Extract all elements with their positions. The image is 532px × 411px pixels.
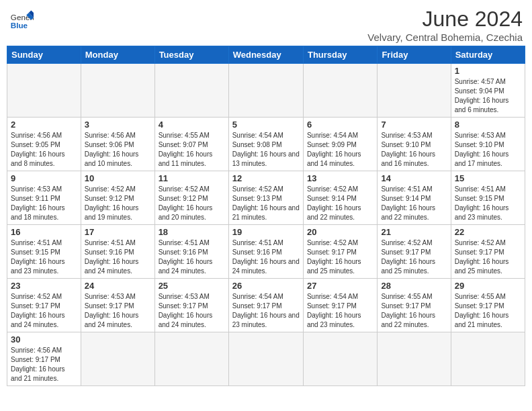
- day-info: Sunrise: 4:55 AM Sunset: 9:17 PM Dayligh…: [455, 292, 521, 330]
- col-header-sunday: Sunday: [7, 46, 81, 64]
- col-header-saturday: Saturday: [451, 46, 525, 64]
- calendar-cell: 1Sunrise: 4:57 AM Sunset: 9:04 PM Daylig…: [451, 64, 525, 118]
- calendar-cell: [378, 332, 451, 386]
- day-number: 13: [307, 173, 373, 183]
- day-info: Sunrise: 4:56 AM Sunset: 9:17 PM Dayligh…: [11, 346, 77, 383]
- calendar-cell: 20Sunrise: 4:52 AM Sunset: 9:17 PM Dayli…: [303, 225, 377, 279]
- day-number: 3: [85, 120, 151, 130]
- calendar-cell: 9Sunrise: 4:53 AM Sunset: 9:11 PM Daylig…: [7, 171, 81, 225]
- day-number: 1: [455, 66, 521, 76]
- calendar-cell: [228, 332, 303, 386]
- calendar-cell: 18Sunrise: 4:51 AM Sunset: 9:16 PM Dayli…: [154, 225, 228, 279]
- calendar-cell: 15Sunrise: 4:51 AM Sunset: 9:15 PM Dayli…: [451, 171, 525, 225]
- day-info: Sunrise: 4:53 AM Sunset: 9:10 PM Dayligh…: [381, 131, 447, 169]
- col-header-monday: Monday: [81, 46, 154, 64]
- col-header-tuesday: Tuesday: [154, 46, 228, 64]
- day-number: 6: [307, 120, 373, 130]
- col-header-wednesday: Wednesday: [228, 46, 303, 64]
- calendar-cell: 3Sunrise: 4:56 AM Sunset: 9:06 PM Daylig…: [81, 118, 154, 171]
- day-info: Sunrise: 4:54 AM Sunset: 9:08 PM Dayligh…: [232, 131, 300, 169]
- day-info: Sunrise: 4:54 AM Sunset: 9:09 PM Dayligh…: [307, 131, 373, 169]
- calendar-cell: 7Sunrise: 4:53 AM Sunset: 9:10 PM Daylig…: [378, 118, 451, 171]
- calendar-cell: [228, 64, 303, 118]
- day-info: Sunrise: 4:54 AM Sunset: 9:17 PM Dayligh…: [232, 292, 300, 330]
- calendar-week-3: 9Sunrise: 4:53 AM Sunset: 9:11 PM Daylig…: [7, 171, 525, 225]
- day-info: Sunrise: 4:54 AM Sunset: 9:17 PM Dayligh…: [307, 292, 373, 330]
- day-info: Sunrise: 4:51 AM Sunset: 9:16 PM Dayligh…: [85, 238, 151, 276]
- logo: General Blue: [9, 7, 34, 31]
- calendar-cell: [154, 64, 228, 118]
- calendar-cell: 30Sunrise: 4:56 AM Sunset: 9:17 PM Dayli…: [7, 332, 81, 386]
- calendar-cell: [154, 332, 228, 386]
- calendar-cell: 13Sunrise: 4:52 AM Sunset: 9:14 PM Dayli…: [303, 171, 377, 225]
- title-block: June 2024 Velvary, Central Bohemia, Czec…: [367, 7, 523, 43]
- day-info: Sunrise: 4:57 AM Sunset: 9:04 PM Dayligh…: [455, 77, 521, 115]
- day-number: 25: [159, 281, 225, 291]
- calendar-cell: 28Sunrise: 4:55 AM Sunset: 9:17 PM Dayli…: [378, 279, 451, 332]
- col-header-friday: Friday: [378, 46, 451, 64]
- calendar-cell: 25Sunrise: 4:53 AM Sunset: 9:17 PM Dayli…: [154, 279, 228, 332]
- calendar-cell: 4Sunrise: 4:55 AM Sunset: 9:07 PM Daylig…: [154, 118, 228, 171]
- day-number: 4: [159, 120, 225, 130]
- calendar-week-4: 16Sunrise: 4:51 AM Sunset: 9:15 PM Dayli…: [7, 225, 525, 279]
- calendar-cell: [81, 64, 154, 118]
- day-info: Sunrise: 4:55 AM Sunset: 9:07 PM Dayligh…: [159, 131, 225, 169]
- calendar-cell: 21Sunrise: 4:52 AM Sunset: 9:17 PM Dayli…: [378, 225, 451, 279]
- day-info: Sunrise: 4:52 AM Sunset: 9:17 PM Dayligh…: [381, 238, 447, 276]
- day-info: Sunrise: 4:53 AM Sunset: 9:17 PM Dayligh…: [85, 292, 151, 330]
- day-number: 7: [381, 120, 447, 130]
- calendar-cell: 17Sunrise: 4:51 AM Sunset: 9:16 PM Dayli…: [81, 225, 154, 279]
- day-number: 20: [307, 227, 373, 237]
- day-number: 22: [455, 227, 521, 237]
- day-number: 28: [381, 281, 447, 291]
- day-info: Sunrise: 4:52 AM Sunset: 9:12 PM Dayligh…: [85, 185, 151, 222]
- day-number: 16: [11, 227, 77, 237]
- day-info: Sunrise: 4:52 AM Sunset: 9:13 PM Dayligh…: [232, 185, 300, 222]
- calendar-cell: 29Sunrise: 4:55 AM Sunset: 9:17 PM Dayli…: [451, 279, 525, 332]
- svg-text:Blue: Blue: [11, 21, 28, 30]
- day-number: 12: [232, 173, 300, 183]
- day-info: Sunrise: 4:51 AM Sunset: 9:14 PM Dayligh…: [381, 185, 447, 222]
- calendar-cell: 22Sunrise: 4:52 AM Sunset: 9:17 PM Dayli…: [451, 225, 525, 279]
- calendar-cell: [378, 64, 451, 118]
- calendar-cell: [303, 332, 377, 386]
- day-info: Sunrise: 4:53 AM Sunset: 9:11 PM Dayligh…: [11, 185, 77, 222]
- page-header: General Blue June 2024 Velvary, Central …: [7, 7, 525, 43]
- calendar-cell: 23Sunrise: 4:52 AM Sunset: 9:17 PM Dayli…: [7, 279, 81, 332]
- calendar-cell: [7, 64, 81, 118]
- day-info: Sunrise: 4:52 AM Sunset: 9:17 PM Dayligh…: [11, 292, 77, 330]
- day-info: Sunrise: 4:52 AM Sunset: 9:17 PM Dayligh…: [307, 238, 373, 276]
- day-number: 9: [11, 173, 77, 183]
- day-info: Sunrise: 4:56 AM Sunset: 9:06 PM Dayligh…: [85, 131, 151, 169]
- calendar-cell: 12Sunrise: 4:52 AM Sunset: 9:13 PM Dayli…: [228, 171, 303, 225]
- calendar-header-row: Sunday Monday Tuesday Wednesday Thursday…: [7, 46, 525, 64]
- day-info: Sunrise: 4:52 AM Sunset: 9:14 PM Dayligh…: [307, 185, 373, 222]
- day-number: 30: [11, 334, 77, 345]
- day-number: 19: [232, 227, 300, 237]
- calendar-cell: 19Sunrise: 4:51 AM Sunset: 9:16 PM Dayli…: [228, 225, 303, 279]
- day-number: 23: [11, 281, 77, 291]
- col-header-thursday: Thursday: [303, 46, 377, 64]
- calendar-cell: [303, 64, 377, 118]
- day-info: Sunrise: 4:56 AM Sunset: 9:05 PM Dayligh…: [11, 131, 77, 169]
- day-info: Sunrise: 4:51 AM Sunset: 9:15 PM Dayligh…: [11, 238, 77, 276]
- day-number: 11: [159, 173, 225, 183]
- day-number: 24: [85, 281, 151, 291]
- day-number: 15: [455, 173, 521, 183]
- calendar-cell: 26Sunrise: 4:54 AM Sunset: 9:17 PM Dayli…: [228, 279, 303, 332]
- day-info: Sunrise: 4:53 AM Sunset: 9:17 PM Dayligh…: [159, 292, 225, 330]
- day-info: Sunrise: 4:55 AM Sunset: 9:17 PM Dayligh…: [381, 292, 447, 330]
- calendar-week-2: 2Sunrise: 4:56 AM Sunset: 9:05 PM Daylig…: [7, 118, 525, 171]
- day-number: 21: [381, 227, 447, 237]
- calendar-week-5: 23Sunrise: 4:52 AM Sunset: 9:17 PM Dayli…: [7, 279, 525, 332]
- day-info: Sunrise: 4:53 AM Sunset: 9:10 PM Dayligh…: [455, 131, 521, 169]
- day-number: 29: [455, 281, 521, 291]
- calendar-week-1: 1Sunrise: 4:57 AM Sunset: 9:04 PM Daylig…: [7, 64, 525, 118]
- day-info: Sunrise: 4:51 AM Sunset: 9:15 PM Dayligh…: [455, 185, 521, 222]
- calendar-cell: 24Sunrise: 4:53 AM Sunset: 9:17 PM Dayli…: [81, 279, 154, 332]
- day-info: Sunrise: 4:52 AM Sunset: 9:17 PM Dayligh…: [455, 238, 521, 276]
- calendar-cell: 5Sunrise: 4:54 AM Sunset: 9:08 PM Daylig…: [228, 118, 303, 171]
- logo-icon: General Blue: [9, 7, 34, 31]
- day-number: 5: [232, 120, 300, 130]
- day-number: 17: [85, 227, 151, 237]
